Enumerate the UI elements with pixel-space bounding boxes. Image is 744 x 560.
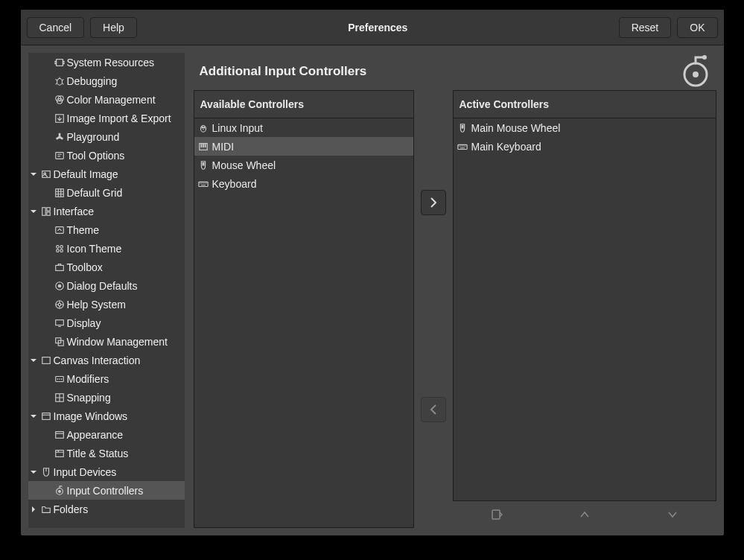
expander-spacer [42, 262, 52, 273]
tree-item-icon-theme[interactable]: Icon Theme [28, 239, 185, 258]
active-header: Active Controllers [453, 90, 716, 118]
theme-icon [54, 224, 66, 236]
active-item-main-keyboard[interactable]: Main Keyboard [454, 137, 716, 156]
tree-item-image-import-export[interactable]: Image Import & Export [28, 109, 185, 127]
tree-item-dialog-defaults[interactable]: Dialog Defaults [28, 276, 185, 295]
svg-point-42 [201, 127, 202, 127]
title-icon [54, 448, 66, 459]
svg-rect-10 [55, 152, 63, 159]
reset-button[interactable]: Reset [619, 17, 672, 38]
main-panel: Additional Input Controllers Available C… [194, 53, 716, 528]
tree-item-label: Title & Status [67, 448, 129, 459]
main-header: Additional Input Controllers [194, 53, 716, 90]
svg-rect-3 [63, 61, 64, 62]
ok-button[interactable]: OK [677, 17, 717, 38]
tree-item-label: Tool Options [67, 150, 125, 162]
tree-item-label: Appearance [67, 429, 124, 441]
svg-rect-35 [55, 450, 63, 456]
expander-icon[interactable] [28, 355, 39, 366]
tree-item-toolbox[interactable]: Toolbox [28, 258, 185, 276]
svg-rect-2 [54, 63, 56, 63]
add-controller-button[interactable] [421, 190, 446, 215]
expander-spacer [42, 244, 52, 254]
tree-item-window-management[interactable]: Window Management [28, 332, 185, 351]
svg-rect-15 [46, 207, 49, 210]
tree-item-image-windows[interactable]: Image Windows [28, 407, 185, 425]
tree-item-interface[interactable]: Interface [28, 202, 185, 220]
move-up-button[interactable] [574, 504, 595, 525]
available-item-mouse-wheel[interactable]: Mouse Wheel [194, 156, 413, 174]
cancel-button[interactable]: Cancel [27, 17, 85, 38]
tree-item-tool-options[interactable]: Tool Options [28, 146, 185, 165]
svg-rect-11 [42, 171, 50, 177]
expander-icon[interactable] [28, 467, 39, 477]
expander-icon[interactable] [28, 169, 39, 179]
tree-item-modifiers[interactable]: Modifiers [28, 369, 185, 388]
tree-item-label: Display [67, 317, 101, 329]
available-list[interactable]: Linux InputMIDIMouse WheelKeyboard [194, 118, 414, 528]
tree-item-help-system[interactable]: Help System [28, 295, 185, 314]
available-column: Available Controllers Linux InputMIDIMou… [194, 90, 414, 528]
tree-item-appearance[interactable]: Appearance [28, 425, 185, 444]
tree-item-label: Help System [67, 299, 126, 311]
tree-item-default-image[interactable]: Default Image [28, 165, 185, 183]
tree-item-label: Image Import & Export [67, 112, 171, 124]
image-icon [40, 168, 52, 180]
svg-rect-30 [42, 357, 50, 363]
tree-item-display[interactable]: Display [28, 314, 185, 332]
svg-point-20 [56, 249, 59, 252]
appearance-icon [54, 429, 66, 441]
tree-item-color-management[interactable]: Color Management [28, 90, 185, 109]
expander-spacer [42, 132, 52, 142]
svg-point-5 [57, 78, 62, 85]
svg-point-39 [693, 71, 699, 77]
expander-icon[interactable] [28, 504, 39, 515]
expander-icon[interactable] [28, 206, 39, 217]
dialog-icon [54, 280, 66, 292]
svg-point-19 [60, 245, 63, 248]
tree-item-folders[interactable]: Folders [28, 500, 185, 518]
tree-item-playground[interactable]: Playground [28, 127, 185, 146]
fan-icon [54, 131, 66, 143]
available-item-linux-input[interactable]: Linux Input [194, 118, 413, 137]
remove-controller-button[interactable] [421, 397, 446, 422]
tree-item-label: Color Management [67, 94, 156, 106]
tree-item-label: Default Image [54, 168, 118, 180]
tree-item-debugging[interactable]: Debugging [28, 71, 185, 90]
tree-item-label: System Resources [67, 57, 154, 69]
transfer-buttons [419, 90, 448, 528]
tree-item-snapping[interactable]: Snapping [28, 388, 185, 407]
list-item-label: Mouse Wheel [212, 159, 276, 171]
tree-item-label: Default Grid [67, 187, 123, 199]
available-item-keyboard[interactable]: Keyboard [194, 174, 413, 193]
dialog-body: System ResourcesDebuggingColor Managemen… [21, 45, 724, 535]
tree-item-default-grid[interactable]: Default Grid [28, 183, 185, 202]
inputdev-icon [40, 466, 52, 478]
expander-icon[interactable] [28, 411, 39, 421]
expander-spacer [42, 392, 52, 403]
tree-item-system-resources[interactable]: System Resources [28, 53, 185, 71]
edit-controller-button[interactable] [486, 504, 507, 525]
svg-point-18 [56, 245, 59, 248]
window-title: Preferences [137, 22, 619, 34]
list-item-label: MIDI [212, 141, 235, 153]
active-toolbar [453, 501, 716, 528]
expander-spacer [42, 150, 52, 161]
active-list[interactable]: Main Mouse WheelMain Keyboard [453, 118, 716, 501]
toolopts-icon [54, 150, 66, 162]
preferences-tree[interactable]: System ResourcesDebuggingColor Managemen… [28, 53, 185, 528]
move-down-button[interactable] [662, 504, 683, 525]
active-item-main-mouse-wheel[interactable]: Main Mouse Wheel [454, 118, 716, 137]
available-item-midi[interactable]: MIDI [194, 137, 413, 156]
tree-item-theme[interactable]: Theme [28, 220, 185, 239]
modifiers-icon [54, 373, 66, 385]
tree-item-title-status[interactable]: Title & Status [28, 444, 185, 462]
svg-rect-16 [46, 211, 49, 214]
folders-icon [40, 503, 52, 515]
tree-item-input-devices[interactable]: Input Devices [28, 462, 185, 481]
help-button[interactable]: Help [90, 17, 137, 38]
tree-item-input-controllers[interactable]: Input Controllers [28, 481, 185, 500]
tree-item-label: Theme [67, 224, 100, 236]
tree-item-canvas-interaction[interactable]: Canvas Interaction [28, 351, 185, 369]
svg-rect-49 [492, 510, 500, 519]
